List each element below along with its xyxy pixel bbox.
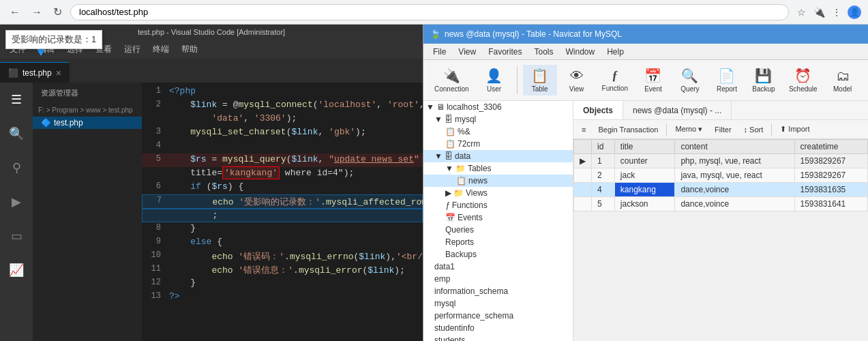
row-arrow-1: ▶ xyxy=(574,154,592,168)
nav-menu-favorites[interactable]: Favorites xyxy=(483,46,527,58)
cell-title-2[interactable]: jack xyxy=(614,168,675,183)
col-header-id[interactable]: id xyxy=(592,140,615,154)
table-row[interactable]: ▶ 1 counter php, mysql, vue, react 15938… xyxy=(574,154,868,168)
tab-file-icon: ⬛ xyxy=(8,68,18,78)
navicat-tab-news[interactable]: news @data (mysql) - ... xyxy=(623,101,732,119)
cell-content-2[interactable]: java, mysql, vue, react xyxy=(675,168,794,183)
menu-help[interactable]: 帮助 xyxy=(176,42,203,57)
toolbar-backup[interactable]: 💾 Backup xyxy=(747,65,781,95)
cell-id-4[interactable]: 4 xyxy=(592,183,615,197)
cell-createtime-2[interactable]: 1593829267 xyxy=(794,168,868,183)
cell-title-5[interactable]: jackson xyxy=(614,197,675,211)
tree-pct[interactable]: 📋 %& xyxy=(423,125,573,138)
navicat-tab-objects[interactable]: Objects xyxy=(573,101,623,119)
profile-icon[interactable]: 👤 xyxy=(848,5,861,19)
tree-mysql2[interactable]: mysql xyxy=(423,297,573,310)
cell-createtime-1[interactable]: 1593829267 xyxy=(794,154,868,168)
tree-reports[interactable]: Reports xyxy=(423,236,573,248)
activity-debug[interactable]: ▶ xyxy=(8,190,25,213)
cell-createtime-5[interactable]: 1593831641 xyxy=(794,197,868,211)
activity-explorer[interactable]: ☰ xyxy=(7,88,26,111)
tree-label-data: data xyxy=(455,151,470,161)
tree-studentinfo[interactable]: studentinfo xyxy=(423,322,573,334)
activity-test[interactable]: 📈 xyxy=(5,258,28,282)
activity-extensions[interactable]: ▭ xyxy=(7,224,27,248)
menu-run[interactable]: 运行 xyxy=(119,42,146,57)
extension-icon[interactable]: 🔌 xyxy=(812,5,826,19)
activity-git[interactable]: ⚲ xyxy=(8,156,25,179)
back-button[interactable]: ← xyxy=(7,5,23,20)
btn-filter[interactable]: Filter xyxy=(710,124,735,135)
table-scroll[interactable]: id title content createtime ▶ 1 counter xyxy=(573,139,868,341)
btn-memo[interactable]: Memo ▾ xyxy=(671,123,706,135)
code-lines: 1 <?php 2 $link = @mysqli_connect('local… xyxy=(142,83,423,307)
table-row[interactable]: 2 jack java, mysql, vue, react 159382926… xyxy=(574,168,868,183)
toolbar-schedule[interactable]: ⏰ Schedule xyxy=(783,65,823,95)
btn-begin-transaction[interactable]: Begin Transaction xyxy=(594,124,662,135)
tree-information-schema[interactable]: information_schema xyxy=(423,285,573,297)
nav-menu-file[interactable]: File xyxy=(428,46,451,58)
tree-label-72crm: 72crm xyxy=(458,139,480,149)
tree-news[interactable]: 📋 news xyxy=(423,175,573,187)
activity-search[interactable]: 🔍 xyxy=(5,122,28,145)
toolbar-function[interactable]: ƒ Function xyxy=(597,66,633,95)
bookmark-icon[interactable]: ☆ xyxy=(794,5,808,19)
btn-sort[interactable]: ↕ Sort xyxy=(740,124,768,135)
nav-menu-help[interactable]: Help xyxy=(601,46,629,58)
cell-content-4[interactable]: dance,voince xyxy=(675,183,794,197)
nav-menu-tools[interactable]: Tools xyxy=(529,46,559,58)
row-arrow-4 xyxy=(574,183,592,197)
cell-createtime-4[interactable]: 1593831635 xyxy=(794,183,868,197)
tree-events[interactable]: 📅 Events xyxy=(423,211,573,224)
tree-label-emp: emp xyxy=(434,274,450,284)
toolbar-connection[interactable]: 🔌 Connection xyxy=(429,65,475,95)
explorer-file-testphp[interactable]: 🔷 test.php xyxy=(33,117,142,129)
cell-id-1[interactable]: 1 xyxy=(592,154,615,168)
cell-content-5[interactable]: dance,voince xyxy=(675,197,794,211)
cell-id-5[interactable]: 5 xyxy=(592,197,615,211)
tree-data1[interactable]: data1 xyxy=(423,261,573,273)
forward-button[interactable]: → xyxy=(29,5,45,20)
tree-queries[interactable]: Queries xyxy=(423,224,573,236)
cell-title-1[interactable]: counter xyxy=(614,154,675,168)
tree-emp[interactable]: emp xyxy=(423,273,573,285)
table-icon: 📋 xyxy=(531,68,548,84)
cell-title-4[interactable]: kangkang xyxy=(614,183,675,197)
col-header-content[interactable]: content xyxy=(675,140,794,154)
tree-functions[interactable]: ƒ Functions xyxy=(423,199,573,211)
cell-content-1[interactable]: php, mysql, vue, react xyxy=(675,154,794,168)
address-bar[interactable] xyxy=(70,4,789,20)
menu-terminal[interactable]: 终端 xyxy=(147,42,175,57)
vscode-title: test.php - Visual Studio Code [Administr… xyxy=(138,28,285,36)
col-header-createtime[interactable]: createtime xyxy=(794,140,868,154)
nav-menu-view[interactable]: View xyxy=(453,46,481,58)
cell-id-2[interactable]: 2 xyxy=(592,168,615,183)
refresh-button[interactable]: ↻ xyxy=(50,4,65,20)
toolbar-model[interactable]: 🗂 Model xyxy=(826,65,860,95)
tree-students[interactable]: students xyxy=(423,334,573,341)
toolbar-event[interactable]: 📅 Event xyxy=(636,65,670,95)
toolbar-user[interactable]: 👤 User xyxy=(477,65,511,95)
nav-menu-window[interactable]: Window xyxy=(560,46,601,58)
settings-icon[interactable]: ⋮ xyxy=(830,5,843,19)
btn-import[interactable]: ⬆ Import xyxy=(776,123,813,135)
tree-backups[interactable]: Backups xyxy=(423,248,573,261)
col-header-title[interactable]: title xyxy=(614,140,675,154)
tab-close-btn[interactable]: × xyxy=(56,68,61,78)
toolbar-view[interactable]: 👁 View xyxy=(560,65,594,95)
tree-views[interactable]: ▶ 📁 Views xyxy=(423,187,573,199)
toolbar-table[interactable]: 📋 Table xyxy=(523,65,557,95)
tree-tables[interactable]: ▼ 📁 Tables xyxy=(423,162,573,175)
code-editor[interactable]: 1 <?php 2 $link = @mysqli_connect('local… xyxy=(142,83,423,341)
tree-localhost[interactable]: ▼ 🖥 localhost_3306 xyxy=(423,101,573,113)
tab-test-php[interactable]: ⬛ test.php × xyxy=(0,62,70,83)
btn-menu-lines[interactable]: ≡ xyxy=(578,124,590,135)
tree-72crm[interactable]: 📋 72crm xyxy=(423,138,573,150)
table-row[interactable]: 5 jackson dance,voince 1593831641 xyxy=(574,197,868,211)
tree-performance-schema[interactable]: performance_schema xyxy=(423,310,573,322)
toolbar-report[interactable]: 📄 Report xyxy=(710,65,744,95)
tree-mysql[interactable]: ▼ 🗄 mysql xyxy=(423,113,573,125)
toolbar-query[interactable]: 🔍 Query xyxy=(673,65,707,95)
table-row-4[interactable]: 4 kangkang dance,voince 1593831635 xyxy=(574,183,868,197)
tree-data[interactable]: ▼ 🗄 data xyxy=(423,150,573,162)
